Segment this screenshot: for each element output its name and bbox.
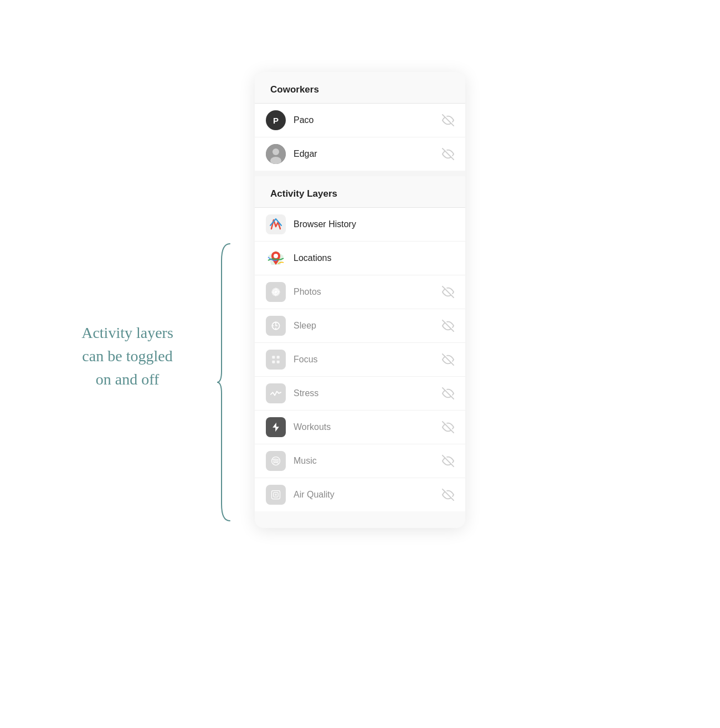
svg-rect-5 bbox=[266, 214, 286, 234]
layer-name-sleep: Sleep bbox=[294, 321, 442, 331]
activity-layers-list: Browser History bbox=[255, 208, 465, 511]
coworker-item-edgar[interactable]: Edgar bbox=[255, 137, 465, 171]
layer-name-stress: Stress bbox=[294, 388, 442, 398]
svg-rect-20 bbox=[272, 361, 275, 363]
svg-rect-19 bbox=[277, 356, 280, 358]
visibility-toggle-focus[interactable] bbox=[442, 353, 454, 366]
activity-layers-title: Activity Layers bbox=[255, 176, 465, 207]
stress-icon bbox=[266, 383, 286, 403]
layer-name-air-quality: Air Quality bbox=[294, 490, 442, 500]
layer-item-music[interactable]: Music bbox=[255, 444, 465, 478]
svg-point-2 bbox=[272, 148, 279, 155]
layer-item-workouts[interactable]: Workouts bbox=[255, 411, 465, 444]
visibility-toggle-sleep[interactable] bbox=[442, 320, 454, 332]
layer-name-browser-history: Browser History bbox=[294, 219, 454, 229]
focus-icon bbox=[266, 350, 286, 370]
svg-rect-21 bbox=[277, 361, 280, 363]
main-panel: Coworkers P Paco Edgar bbox=[255, 72, 465, 528]
music-icon bbox=[266, 451, 286, 471]
locations-icon bbox=[266, 248, 286, 268]
svg-marker-24 bbox=[272, 423, 279, 432]
avatar-edgar bbox=[266, 144, 286, 164]
svg-rect-18 bbox=[272, 356, 275, 358]
photos-icon bbox=[266, 282, 286, 302]
annotation-text: Activity layers can be toggled on and of… bbox=[50, 321, 205, 391]
sleep-icon bbox=[266, 316, 286, 336]
layer-item-air-quality[interactable]: Air Quality bbox=[255, 478, 465, 511]
visibility-toggle-workouts[interactable] bbox=[442, 421, 454, 433]
svg-rect-30 bbox=[275, 494, 276, 495]
svg-point-8 bbox=[274, 254, 278, 258]
layer-name-focus: Focus bbox=[294, 355, 442, 365]
visibility-toggle-paco[interactable] bbox=[442, 114, 454, 126]
activity-layers-section: Activity Layers bbox=[255, 171, 465, 207]
layer-item-locations[interactable]: Locations bbox=[255, 242, 465, 275]
coworker-name-edgar: Edgar bbox=[294, 149, 442, 159]
layer-item-focus[interactable]: Focus bbox=[255, 343, 465, 377]
layer-name-music: Music bbox=[294, 456, 442, 466]
layer-item-stress[interactable]: Stress bbox=[255, 377, 465, 411]
air-quality-icon bbox=[266, 485, 286, 505]
layer-name-photos: Photos bbox=[294, 287, 442, 297]
visibility-toggle-photos[interactable] bbox=[442, 286, 454, 298]
coworkers-list: P Paco Edgar bbox=[255, 104, 465, 171]
visibility-toggle-air-quality[interactable] bbox=[442, 489, 454, 501]
visibility-toggle-edgar[interactable] bbox=[442, 148, 454, 160]
coworker-item-paco[interactable]: P Paco bbox=[255, 104, 465, 137]
coworkers-title: Coworkers bbox=[255, 72, 465, 103]
layer-name-locations: Locations bbox=[294, 253, 454, 263]
layer-name-workouts: Workouts bbox=[294, 422, 442, 432]
avatar-paco: P bbox=[266, 110, 286, 130]
layer-item-browser-history[interactable]: Browser History bbox=[255, 208, 465, 242]
coworker-name-paco: Paco bbox=[294, 115, 442, 125]
browser-history-icon bbox=[266, 214, 286, 234]
layer-item-photos[interactable]: Photos bbox=[255, 275, 465, 309]
layer-item-sleep[interactable]: Sleep bbox=[255, 309, 465, 343]
visibility-toggle-stress[interactable] bbox=[442, 387, 454, 399]
brace-decoration bbox=[216, 238, 233, 526]
workouts-icon bbox=[266, 417, 286, 437]
coworkers-section: Coworkers bbox=[255, 72, 465, 103]
visibility-toggle-music[interactable] bbox=[442, 455, 454, 467]
